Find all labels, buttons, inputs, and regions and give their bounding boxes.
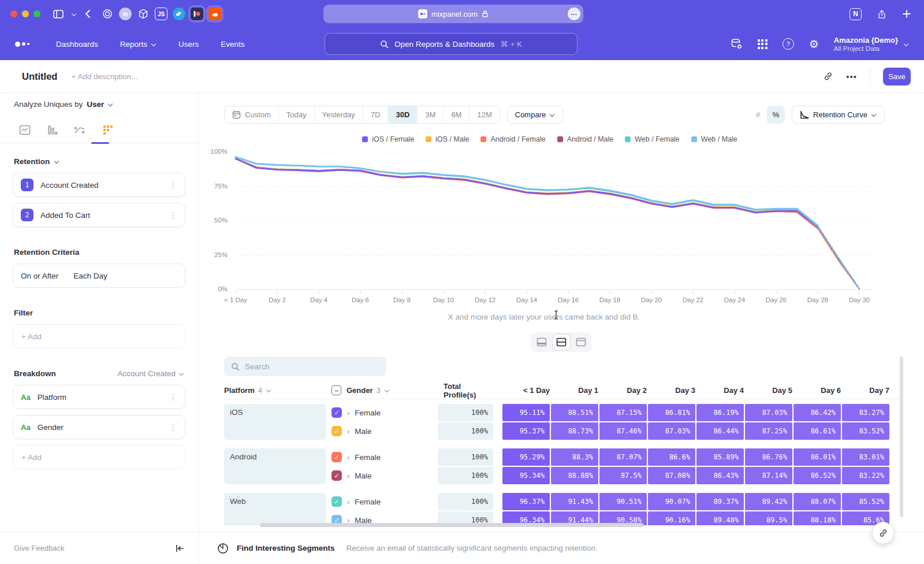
retention-value-cell[interactable]: 87.03% xyxy=(745,404,792,421)
chevron-down-icon[interactable] xyxy=(72,12,77,16)
share-icon[interactable] xyxy=(877,9,887,20)
expand-chevron-icon[interactable]: › xyxy=(347,409,349,417)
series-checkbox[interactable]: ✓ xyxy=(331,426,342,436)
retention-value-cell[interactable]: 89.48% xyxy=(696,511,744,525)
layout-table-only-button[interactable] xyxy=(572,335,590,350)
platform-cell[interactable]: Web xyxy=(224,493,326,525)
retention-value-cell[interactable]: 86.01% xyxy=(793,448,841,466)
legend-item[interactable]: iOS / Male xyxy=(426,135,469,143)
criteria-mode[interactable]: On or After xyxy=(21,272,58,280)
retention-value-cell[interactable]: 86.6% xyxy=(648,448,695,466)
retention-value-cell[interactable]: 87.25% xyxy=(745,422,792,440)
platform-cell[interactable]: iOS xyxy=(224,404,326,440)
gender-column-header[interactable]: –Gender3 xyxy=(331,385,439,395)
minimize-window-button[interactable] xyxy=(22,10,29,17)
retention-value-cell[interactable]: 87.08% xyxy=(648,467,695,484)
retention-value-cell[interactable]: 86.81% xyxy=(648,404,695,421)
legend-item[interactable]: Android / Female xyxy=(480,135,545,143)
retention-value-cell[interactable]: 88.3% xyxy=(551,448,598,466)
retention-value-cell[interactable]: 86.61% xyxy=(793,422,841,440)
help-icon[interactable]: ? xyxy=(783,38,794,50)
retention-value-cell[interactable]: 95.29% xyxy=(502,448,550,466)
sidebar-toggle-icon[interactable] xyxy=(53,10,64,18)
retention-value-cell[interactable]: 83.01% xyxy=(842,448,889,466)
retention-value-cell[interactable]: 91.43% xyxy=(551,493,598,510)
platform-column-header[interactable]: Platform4 xyxy=(224,386,326,395)
legend-item[interactable]: Web / Female xyxy=(625,135,680,143)
target-app-icon[interactable] xyxy=(101,8,114,20)
mixpanel-logo-icon[interactable] xyxy=(15,42,29,47)
avatar-m-app-icon[interactable]: m xyxy=(119,8,132,20)
retention-value-cell[interactable]: 90.16% xyxy=(648,511,695,525)
retention-step-1[interactable]: 1Account Created⋮ xyxy=(13,173,185,197)
nav-link-reports[interactable]: Reports xyxy=(120,40,157,49)
horizontal-scrollbar[interactable] xyxy=(260,523,643,527)
retention-value-cell[interactable]: 83.52% xyxy=(842,422,889,440)
mixpanel-app-icon[interactable] xyxy=(191,8,203,20)
give-feedback-link[interactable]: Give Feedback xyxy=(14,544,64,552)
range-7d[interactable]: 7D xyxy=(363,106,388,123)
soundcloud-app-icon[interactable] xyxy=(208,8,221,20)
apps-grid-icon[interactable] xyxy=(758,39,767,49)
collapse-sidebar-icon[interactable] xyxy=(176,544,184,552)
retention-value-cell[interactable]: 87.14% xyxy=(745,467,792,484)
retention-value-cell[interactable]: 86.76% xyxy=(745,448,792,466)
new-tab-icon[interactable] xyxy=(902,9,911,18)
platform-cell[interactable]: Android xyxy=(224,448,326,484)
retention-value-cell[interactable]: 89.42% xyxy=(745,493,792,510)
tab-funnels[interactable] xyxy=(46,124,58,136)
kebab-menu-icon[interactable]: ⋮ xyxy=(169,180,177,190)
retention-value-cell[interactable]: 87.07% xyxy=(599,448,647,466)
nav-link-dashboards[interactable]: Dashboards xyxy=(56,40,98,49)
analyze-entity-selector[interactable]: User xyxy=(87,100,104,109)
add-breakdown-button[interactable]: + Add xyxy=(13,445,185,469)
retention-value-cell[interactable]: 90.51% xyxy=(599,493,647,510)
data-management-icon[interactable] xyxy=(730,38,743,50)
retention-step-2[interactable]: 2Added To Cart⋮ xyxy=(13,203,185,227)
project-switcher[interactable]: Amazonia {Demo} All Project Data xyxy=(834,36,909,53)
settings-gear-icon[interactable]: ⚙ xyxy=(809,39,819,50)
retention-value-cell[interactable]: 88.07% xyxy=(793,493,841,510)
retention-value-cell[interactable]: 90.07% xyxy=(648,493,695,510)
retention-value-cell[interactable]: 95.37% xyxy=(502,422,550,440)
unit-absolute[interactable]: # xyxy=(749,106,767,124)
series-checkbox[interactable]: ✓ xyxy=(331,452,342,462)
layout-chart-only-button[interactable] xyxy=(533,335,550,350)
global-search[interactable]: Open Reports & Dashboards ⌘ + K xyxy=(325,33,578,55)
retention-value-cell[interactable]: 86.43% xyxy=(696,467,744,484)
back-icon[interactable] xyxy=(85,9,91,18)
more-options-button[interactable]: ••• xyxy=(846,72,857,81)
bird-app-icon[interactable] xyxy=(173,8,185,20)
retention-criteria-card[interactable]: On or After Each Day xyxy=(13,264,185,288)
retention-value-cell[interactable]: 83.22% xyxy=(842,467,889,484)
chart-type-selector[interactable]: Retention Curve xyxy=(792,106,885,124)
breakdown-item-gender[interactable]: AaGender⋮ xyxy=(13,415,185,439)
series-checkbox[interactable]: ✓ xyxy=(331,470,342,481)
retention-value-cell[interactable]: 87.46% xyxy=(599,422,647,440)
retention-value-cell[interactable]: 95.11% xyxy=(502,404,550,421)
range-6m[interactable]: 6M xyxy=(443,106,469,123)
retention-value-cell[interactable]: 86.42% xyxy=(793,404,841,421)
series-checkbox[interactable]: ✓ xyxy=(331,407,342,418)
range-12m[interactable]: 12M xyxy=(469,106,499,123)
tab-flows[interactable] xyxy=(74,124,86,136)
cube-app-icon[interactable] xyxy=(137,8,150,20)
retention-value-cell[interactable]: 95.34% xyxy=(502,467,550,484)
range-today[interactable]: Today xyxy=(278,106,314,123)
find-segments-title[interactable]: Find Interesting Segments xyxy=(237,544,335,552)
retention-value-cell[interactable]: 87.15% xyxy=(599,404,647,421)
retention-value-cell[interactable]: 88.88% xyxy=(551,467,598,484)
nav-link-events[interactable]: Events xyxy=(221,40,244,49)
retention-value-cell[interactable]: 89.37% xyxy=(696,493,744,510)
share-link-fab[interactable] xyxy=(872,522,894,544)
series-checkbox[interactable]: ✓ xyxy=(331,496,342,507)
close-window-button[interactable] xyxy=(10,10,17,17)
layout-split-button[interactable] xyxy=(553,335,570,350)
expand-chevron-icon[interactable]: › xyxy=(347,498,349,506)
criteria-interval[interactable]: Each Day xyxy=(73,272,107,280)
range-yesterday[interactable]: Yesterday xyxy=(314,106,363,123)
tab-insights[interactable] xyxy=(18,124,31,136)
breakdown-item-platform[interactable]: AaPlatform⋮ xyxy=(13,385,185,409)
breakdown-scope-selector[interactable]: Account Created xyxy=(117,369,184,378)
retention-value-cell[interactable]: 88.18% xyxy=(793,511,841,525)
